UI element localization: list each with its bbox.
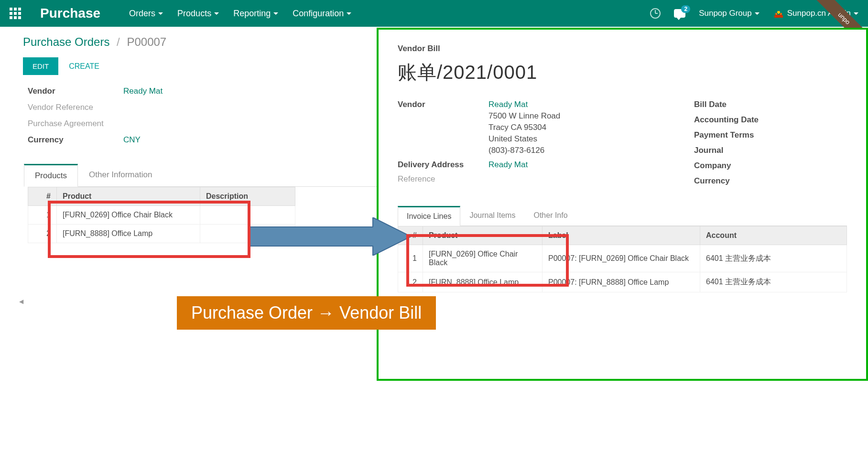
nav-reporting[interactable]: Reporting <box>233 9 278 19</box>
cell-product: [FURN_8888] Office Lamp <box>57 225 200 243</box>
bill-heading-small: Vendor Bill <box>398 44 847 54</box>
vendor-value[interactable]: Ready Mat <box>123 86 163 96</box>
cell-num: 2 <box>28 225 57 243</box>
messages-badge: 2 <box>681 5 690 13</box>
bill-addr2: Tracy CA 95304 <box>488 123 560 132</box>
accounting-date-label: Accounting Date <box>694 115 847 125</box>
table-row[interactable]: 2 [FURN_8888] Office Lamp P00007: [FURN_… <box>398 272 847 292</box>
nav-products-label: Products <box>177 9 211 19</box>
create-button[interactable]: CREATE <box>69 62 99 71</box>
col-label: Label <box>542 226 700 245</box>
apps-icon[interactable] <box>10 8 21 19</box>
tab-other-info[interactable]: Other Info <box>524 206 576 226</box>
chevron-down-icon <box>347 12 351 15</box>
bill-delivery-value[interactable]: Ready Mat <box>488 160 528 170</box>
bill-addr3: United States <box>488 134 560 144</box>
callout-label: Purchase Order → Vendor Bill <box>177 296 436 330</box>
col-account: Account <box>700 226 847 245</box>
journal-label: Journal <box>694 146 847 155</box>
chevron-down-icon <box>214 12 219 15</box>
cell-product: [FURN_0269] Office Chair Black <box>57 206 200 225</box>
nav-orders-label: Orders <box>129 9 155 19</box>
currency-label: Currency <box>28 135 123 145</box>
col-description: Description <box>200 187 295 206</box>
nav-menu: Orders Products Reporting Configuration <box>129 9 351 19</box>
vendor-label: Vendor <box>28 86 123 96</box>
payment-terms-label: Payment Terms <box>694 130 847 140</box>
tab-products[interactable]: Products <box>24 164 78 187</box>
cell-product: [FURN_8888] Office Lamp <box>423 272 542 292</box>
messages-button[interactable]: 2 <box>674 9 685 18</box>
edit-button[interactable]: EDIT <box>23 57 58 75</box>
chevron-down-icon <box>755 12 760 15</box>
navbar: Purchase Orders Products Reporting Confi… <box>0 0 868 27</box>
cell-num: 2 <box>398 272 423 292</box>
bill-lines-table: # Product Label Account 1 [FURN_0269] Of… <box>398 226 847 292</box>
cell-num: 1 <box>28 206 57 225</box>
chevron-down-icon <box>854 12 858 15</box>
cell-account: 6401 主营业务成本 <box>700 272 847 292</box>
nav-reporting-label: Reporting <box>233 9 271 19</box>
nav-products[interactable]: Products <box>177 9 219 19</box>
company-label: Sunpop Group <box>699 9 752 18</box>
vendor-ref-label: Vendor Reference <box>28 103 123 112</box>
table-row[interactable]: 1 [FURN_0269] Office Chair Black P00007:… <box>398 245 847 272</box>
svg-marker-0 <box>249 217 411 256</box>
brand-label[interactable]: Purchase <box>40 6 100 21</box>
cell-account: 6401 主营业务成本 <box>700 245 847 272</box>
nav-configuration-label: Configuration <box>293 9 344 19</box>
nav-orders[interactable]: Orders <box>129 9 163 19</box>
company-label: Company <box>694 161 847 171</box>
breadcrumb-current: P00007 <box>127 35 166 48</box>
user-logo-icon <box>773 8 784 19</box>
breadcrumb-parent[interactable]: Purchase Orders <box>23 35 109 48</box>
breadcrumb-sep: / <box>117 35 120 48</box>
vendor-bill-panel: Vendor Bill 账单/2021/0001 Vendor Ready Ma… <box>377 28 868 381</box>
chevron-down-icon <box>273 12 278 15</box>
bill-vendor-label: Vendor <box>398 100 488 109</box>
chevron-down-icon <box>158 12 163 15</box>
scroll-left-icon[interactable]: ◀ <box>19 298 23 305</box>
bill-heading-big: 账单/2021/0001 <box>398 59 847 86</box>
bill-delivery-label: Delivery Address <box>398 160 488 170</box>
cell-product: [FURN_0269] Office Chair Black <box>423 245 542 272</box>
navbar-right: 2 Sunpop Group Sunpop.cn Admin <box>650 8 858 19</box>
purchase-agreement-label: Purchase Agreement <box>28 119 123 129</box>
currency-value[interactable]: CNY <box>123 135 141 145</box>
company-switcher[interactable]: Sunpop Group <box>699 9 760 18</box>
nav-configuration[interactable]: Configuration <box>293 9 351 19</box>
cell-label: P00007: [FURN_8888] Office Lamp <box>542 272 700 292</box>
bill-vendor-name[interactable]: Ready Mat <box>488 100 560 109</box>
col-num: # <box>28 187 57 206</box>
clock-icon[interactable] <box>650 8 661 19</box>
user-menu[interactable]: Sunpop.cn Admin <box>773 8 858 19</box>
bill-phone: (803)-873-6126 <box>488 146 560 155</box>
tab-journal-items[interactable]: Journal Items <box>460 206 524 226</box>
bill-addr1: 7500 W Linne Road <box>488 111 560 121</box>
user-label: Sunpop.cn Admin <box>787 9 851 18</box>
col-product: Product <box>57 187 200 206</box>
cell-label: P00007: [FURN_0269] Office Chair Black <box>542 245 700 272</box>
bill-reference-label: Reference <box>398 174 488 184</box>
tab-other-info[interactable]: Other Information <box>78 164 163 186</box>
bill-currency-label: Currency <box>694 176 847 186</box>
col-product: Product <box>423 226 542 245</box>
arrow-icon <box>249 217 411 256</box>
bill-tabs: Invoice Lines Journal Items Other Info <box>398 206 847 226</box>
bill-date-label: Bill Date <box>694 100 847 109</box>
